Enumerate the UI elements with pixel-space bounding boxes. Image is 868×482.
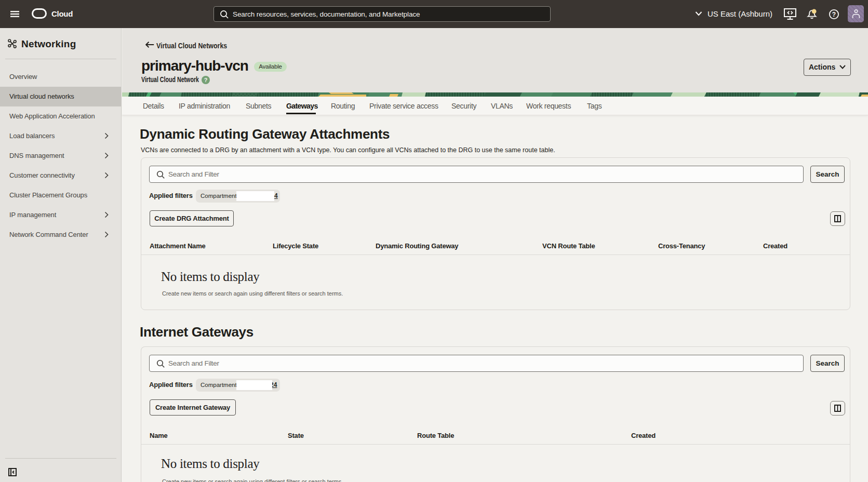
svg-text:?: ? [832, 11, 836, 18]
